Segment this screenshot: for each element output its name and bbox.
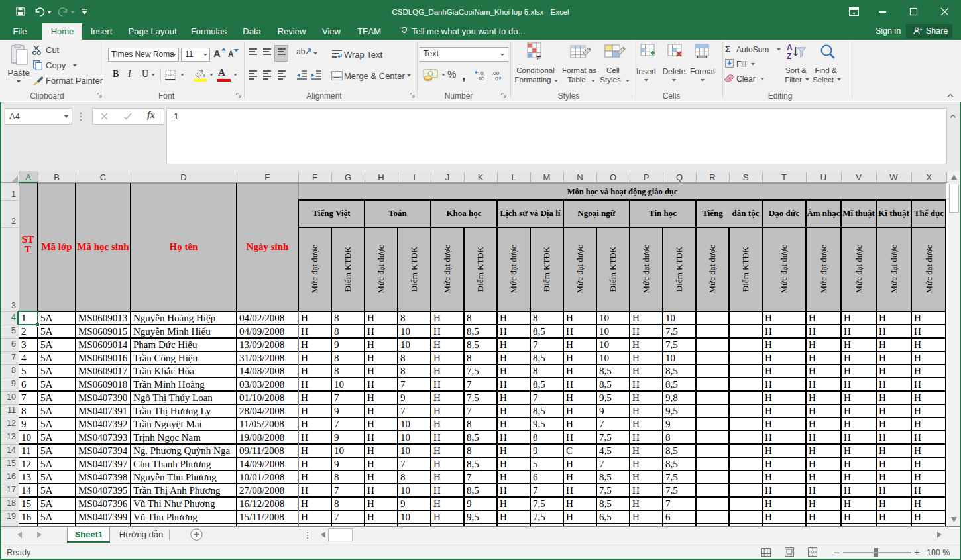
svg-text:≠: ≠	[536, 52, 541, 62]
svg-text:.00: .00	[477, 76, 485, 82]
svg-text:A: A	[787, 43, 793, 52]
svg-text:Z: Z	[787, 52, 791, 61]
